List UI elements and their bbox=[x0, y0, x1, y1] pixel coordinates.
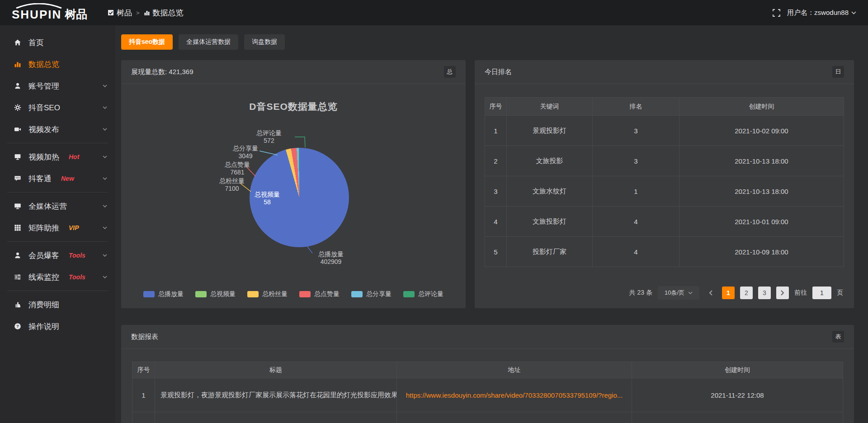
sidebar-item-help[interactable]: ? 操作说明 bbox=[0, 315, 115, 337]
overview-card-header: 展现量总数: 421,369 总 bbox=[121, 60, 466, 84]
tab-omnimedia-data[interactable]: 全媒体运营数据 bbox=[179, 34, 238, 50]
goto-page-input[interactable] bbox=[812, 287, 831, 299]
main-content: 抖音seo数据 全媒体运营数据 询盘数据 展现量总数: 421,369 总 D音… bbox=[115, 25, 868, 423]
total-count-label: 共 23 条 bbox=[629, 289, 652, 297]
sidebar-item-member-leads[interactable]: 会员爆客 Tools bbox=[0, 244, 115, 266]
sidebar-item-matrix-boost[interactable]: 矩阵助推 VIP bbox=[0, 217, 115, 239]
table-header-row: 序号 标题 地址 创建时间 bbox=[132, 362, 843, 378]
legend-item-likes[interactable]: 总点赞量 bbox=[299, 290, 340, 298]
sidebar-item-label: 会员爆客 bbox=[28, 250, 59, 261]
user-label: 用户名：zswodun88 bbox=[787, 9, 849, 17]
chart-bars-icon bbox=[14, 60, 22, 68]
data-tabs: 抖音seo数据 全媒体运营数据 询盘数据 bbox=[121, 34, 854, 50]
vip-badge: VIP bbox=[69, 224, 79, 231]
user-menu[interactable]: 用户名：zswodun88 bbox=[787, 9, 856, 17]
ranking-card-header: 今日排名 日 bbox=[475, 60, 854, 84]
page-button-2[interactable]: 2 bbox=[740, 287, 753, 299]
sidebar-item-label: 矩阵助推 bbox=[28, 223, 59, 233]
sliders-icon bbox=[14, 273, 22, 281]
pie-label-fans: 总粉丝量7100 bbox=[212, 177, 251, 193]
pie-leader-lines bbox=[121, 84, 466, 308]
page-size-select[interactable]: 10条/页 bbox=[658, 286, 699, 300]
seo-overview-card: 展现量总数: 421,369 总 D音SEO数据量总览 bbox=[121, 60, 466, 308]
legend-item-comments[interactable]: 总评论量 bbox=[403, 290, 443, 298]
leader-line bbox=[295, 137, 305, 147]
total-toggle-button[interactable]: 总 bbox=[444, 66, 456, 78]
fullscreen-icon[interactable] bbox=[773, 9, 780, 17]
tools-badge: Tools bbox=[69, 273, 85, 281]
logo-wordmark: SHUPIN bbox=[12, 5, 61, 20]
legend-item-shares[interactable]: 总分享量 bbox=[351, 290, 392, 298]
svg-text:?: ? bbox=[16, 324, 19, 329]
row-index: 1 bbox=[132, 378, 155, 412]
tools-badge: Tools bbox=[69, 252, 85, 259]
goto-label: 前往 bbox=[794, 289, 807, 297]
sidebar-divider bbox=[7, 241, 108, 242]
sidebar-item-spend-details[interactable]: 消费明细 bbox=[0, 294, 115, 315]
column-header: 关键词 bbox=[507, 98, 593, 116]
pie-chart-area: D音SEO数据量总览 总评论量572 bbox=[121, 84, 466, 308]
table-row: 4文旅投影灯42021-10-01 09:00 bbox=[485, 207, 844, 237]
legend-swatch bbox=[195, 291, 207, 297]
chart-legend: 总播放量 总视频量 总粉丝量 bbox=[121, 290, 466, 298]
sidebar-item-video-heat[interactable]: 视频加热 Hot bbox=[0, 146, 115, 168]
prev-page-button[interactable] bbox=[705, 287, 717, 299]
top-bar: SHUPIN 树品 树品 > 数据总览 用户名：zswodun88 bbox=[0, 0, 868, 25]
column-header: 标题 bbox=[155, 362, 397, 378]
sidebar-item-video-publish[interactable]: 视频发布 bbox=[0, 118, 115, 140]
app-shell: 首页 数据总览 账号管理 抖音SEO 视频发布 bbox=[0, 25, 868, 423]
breadcrumb: 树品 > 数据总览 bbox=[108, 8, 184, 18]
brand-logo[interactable]: SHUPIN 树品 bbox=[0, 5, 104, 20]
sidebar-item-home[interactable]: 首页 bbox=[0, 32, 115, 53]
pie-label-comments: 总评论量572 bbox=[244, 129, 294, 145]
sidebar-item-accounts[interactable]: 账号管理 bbox=[0, 75, 115, 97]
chevron-down-icon bbox=[103, 128, 107, 131]
ranking-card-title: 今日排名 bbox=[485, 68, 512, 76]
sidebar-item-label: 首页 bbox=[28, 38, 44, 48]
next-page-button[interactable] bbox=[776, 287, 789, 299]
breadcrumb-current: 数据总览 bbox=[144, 8, 184, 18]
top-cards-row: 展现量总数: 421,369 总 D音SEO数据量总览 bbox=[121, 60, 854, 308]
page-button-1[interactable]: 1 bbox=[722, 287, 735, 299]
video-url-cell: https://www.iesdouyin.com/share/video/70… bbox=[397, 378, 632, 412]
home-icon bbox=[14, 38, 22, 47]
legend-swatch bbox=[299, 291, 311, 297]
legend-item-plays[interactable]: 总播放量 bbox=[143, 290, 184, 298]
legend-item-fans[interactable]: 总粉丝量 bbox=[247, 290, 288, 298]
column-header: 序号 bbox=[132, 362, 155, 378]
monitor-icon bbox=[14, 202, 22, 210]
table-row: 3文旅水纹灯12021-10-13 18:00 bbox=[485, 176, 844, 207]
bar-chart-icon bbox=[144, 9, 150, 16]
pagination: 共 23 条 10条/页 1 2 3 bbox=[629, 286, 843, 300]
today-ranking-card: 今日排名 日 序号 关键词 排名 创建时间 bbox=[475, 60, 854, 308]
square-logo-icon bbox=[108, 9, 114, 16]
chevron-down-icon bbox=[103, 276, 107, 278]
sidebar-item-omnimedia[interactable]: 全媒体运营 bbox=[0, 195, 115, 217]
breadcrumb-root[interactable]: 树品 bbox=[108, 8, 132, 18]
sidebar-item-label: 账号管理 bbox=[28, 81, 59, 91]
legend-item-videos[interactable]: 总视频量 bbox=[195, 290, 236, 298]
video-title-cell: 景观投影灯，夜游景观投影灯厂家展示展示落花灯在花园里的灯光投影应用效果 # bbox=[155, 378, 397, 412]
sidebar-item-clue-monitor[interactable]: 线索监控 Tools bbox=[0, 266, 115, 288]
sidebar-item-douyin-seo[interactable]: 抖音SEO bbox=[0, 97, 115, 118]
sidebar-item-label: 抖音SEO bbox=[28, 103, 60, 113]
tab-inquiry-data[interactable]: 询盘数据 bbox=[244, 34, 285, 50]
goto-unit-label: 页 bbox=[837, 289, 843, 297]
sidebar: 首页 数据总览 账号管理 抖音SEO 视频发布 bbox=[0, 25, 115, 423]
sidebar-divider bbox=[7, 291, 108, 291]
total-impressions-label: 展现量总数: 421,369 bbox=[131, 68, 193, 76]
tab-douyin-seo-data[interactable]: 抖音seo数据 bbox=[121, 34, 173, 50]
sidebar-item-label: 消费明细 bbox=[28, 300, 59, 310]
video-link[interactable]: https://www.iesdouyin.com/share/video/70… bbox=[406, 391, 623, 399]
sidebar-item-label: 操作说明 bbox=[28, 321, 59, 332]
report-card-title: 数据报表 bbox=[131, 333, 158, 341]
sidebar-item-label: 数据总览 bbox=[28, 59, 59, 70]
column-header: 地址 bbox=[397, 362, 632, 378]
sidebar-item-doketong[interactable]: 抖客通 New bbox=[0, 168, 115, 189]
table-row: 1景观投影灯32021-10-02 09:00 bbox=[485, 116, 844, 146]
page-button-3[interactable]: 3 bbox=[758, 287, 771, 299]
sidebar-item-data-overview[interactable]: 数据总览 bbox=[0, 53, 115, 75]
day-toggle-button[interactable]: 日 bbox=[832, 66, 844, 78]
table-toggle-button[interactable]: 表 bbox=[832, 331, 844, 343]
chevron-down-icon bbox=[103, 106, 107, 109]
